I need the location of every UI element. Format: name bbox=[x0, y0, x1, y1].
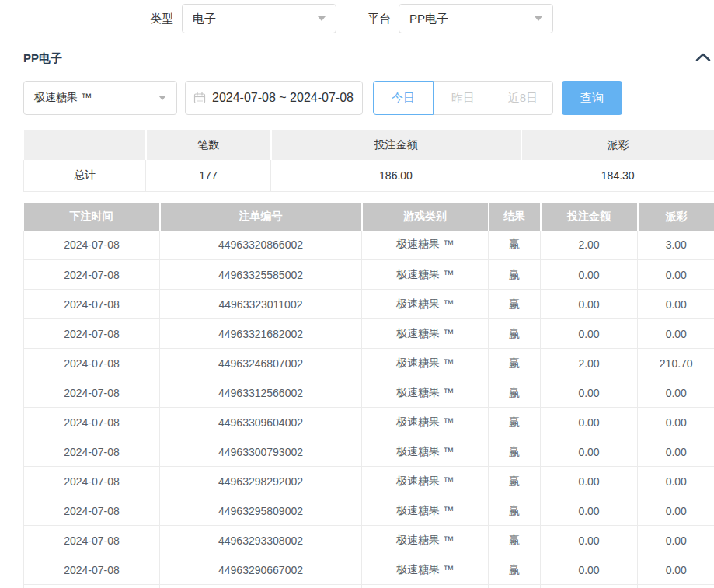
bet-table-body: 2024-07-0844963320866002极速糖果 ™赢2.003.002… bbox=[24, 231, 714, 588]
result-cell: 赢 bbox=[489, 467, 541, 496]
bet-amount-cell: 2.00 bbox=[541, 231, 638, 260]
payout-cell: 0.00 bbox=[638, 555, 714, 585]
type-select-value: 电子 bbox=[193, 12, 216, 26]
result-cell: 赢 bbox=[489, 319, 541, 349]
query-bar: 极速糖果 ™ 2024-07-08 ~ 2024-07-08 今日 昨日 近8日… bbox=[23, 81, 714, 115]
game-select[interactable]: 极速糖果 ™ bbox=[23, 81, 177, 115]
table-row: 2024-07-0844963312566002极速糖果 ™赢0.000.00 bbox=[24, 378, 714, 408]
order-id-cell: 44963325585002 bbox=[160, 260, 362, 290]
result-cell: 赢 bbox=[489, 260, 541, 290]
chevron-down-icon bbox=[158, 96, 166, 100]
summary-header-count: 笔数 bbox=[146, 130, 271, 160]
bet-amount-cell: 0.00 bbox=[541, 260, 638, 290]
order-id-cell: 44963320866002 bbox=[160, 231, 362, 260]
bet-amount-cell: 0.00 bbox=[541, 378, 638, 408]
header-result: 结果 bbox=[489, 203, 541, 231]
bet-time-cell: 2024-07-08 bbox=[24, 378, 160, 408]
bet-amount-cell: 0.00 bbox=[541, 526, 638, 555]
search-button[interactable]: 查询 bbox=[562, 81, 622, 115]
game-category-cell: 极速糖果 ™ bbox=[362, 496, 489, 526]
game-category-cell: 极速糖果 ™ bbox=[362, 526, 489, 555]
platform-select[interactable]: PP电子 bbox=[399, 4, 553, 33]
result-cell: 赢 bbox=[489, 408, 541, 437]
result-cell: 赢 bbox=[489, 555, 541, 585]
bet-time-cell bbox=[24, 585, 160, 588]
bet-amount-cell: 0.00 bbox=[541, 555, 638, 585]
chevron-up-icon[interactable] bbox=[695, 52, 711, 62]
today-button[interactable]: 今日 bbox=[373, 81, 434, 115]
header-order-id: 注单编号 bbox=[160, 203, 362, 231]
header-bet-amount: 投注金额 bbox=[541, 203, 638, 231]
date-range-input[interactable]: 2024-07-08 ~ 2024-07-08 bbox=[185, 81, 363, 115]
payout-cell: 3.00 bbox=[638, 231, 714, 260]
summary-header-row: 笔数 投注金额 派彩 bbox=[24, 130, 714, 160]
payout-cell: 0.00 bbox=[638, 467, 714, 496]
game-category-cell: 极速糖果 ™ bbox=[362, 408, 489, 437]
table-row: 2024-07-0844963246807002极速糖果 ™赢2.00210.7… bbox=[24, 349, 714, 378]
summary-total-row: 总计 177 186.00 184.30 bbox=[24, 160, 714, 191]
bet-amount-cell: 0.00 bbox=[541, 290, 638, 319]
calendar-icon bbox=[193, 92, 206, 104]
summary-payout-value: 184.30 bbox=[521, 160, 714, 191]
date-range-value: 2024-07-08 ~ 2024-07-08 bbox=[212, 91, 354, 105]
page: 类型 电子 平台 PP电子 PP电子 极速糖果 ™ bbox=[0, 4, 714, 588]
payout-cell bbox=[638, 585, 714, 588]
order-id-cell: 44963295809002 bbox=[160, 496, 362, 526]
summary-bet-amount-value: 186.00 bbox=[271, 160, 521, 191]
bet-time-cell: 2024-07-08 bbox=[24, 290, 160, 319]
bet-amount-cell: 0.00 bbox=[541, 408, 638, 437]
payout-cell: 0.00 bbox=[638, 319, 714, 349]
summary-header-payout: 派彩 bbox=[521, 130, 714, 160]
bet-time-cell: 2024-07-08 bbox=[24, 231, 160, 260]
header-payout: 派彩 bbox=[638, 203, 714, 231]
bet-time-cell: 2024-07-08 bbox=[24, 349, 160, 378]
summary-count-value: 177 bbox=[146, 160, 271, 191]
platform-select-value: PP电子 bbox=[409, 12, 448, 26]
payout-cell: 0.00 bbox=[638, 408, 714, 437]
last-8-days-button[interactable]: 近8日 bbox=[493, 81, 553, 115]
result-cell: 赢 bbox=[489, 496, 541, 526]
table-row: 2024-07-0844963321682002极速糖果 ™赢0.000.00 bbox=[24, 319, 714, 349]
summary-total-label: 总计 bbox=[24, 160, 146, 191]
order-id-cell: 44963321682002 bbox=[160, 319, 362, 349]
yesterday-button[interactable]: 昨日 bbox=[433, 81, 493, 115]
order-id-cell: 44963293308002 bbox=[160, 526, 362, 555]
bet-table-header-row: 下注时间 注单编号 游戏类别 结果 投注金额 派彩 bbox=[24, 203, 714, 231]
chevron-down-icon bbox=[318, 16, 326, 21]
game-category-cell: 极速糖果 ™ bbox=[362, 231, 489, 260]
result-cell: 赢 bbox=[489, 290, 541, 319]
quick-range-group: 今日 昨日 近8日 bbox=[373, 81, 553, 115]
table-row: 2024-07-0844963293308002极速糖果 ™赢0.000.00 bbox=[24, 526, 714, 555]
result-cell: 赢 bbox=[489, 378, 541, 408]
payout-cell: 210.70 bbox=[638, 349, 714, 378]
top-filter-bar: 类型 电子 平台 PP电子 bbox=[150, 4, 714, 33]
bet-amount-cell: 0.00 bbox=[541, 319, 638, 349]
game-select-value: 极速糖果 ™ bbox=[34, 91, 92, 105]
bet-amount-cell bbox=[541, 585, 638, 588]
header-game-category: 游戏类别 bbox=[362, 203, 489, 231]
bet-time-cell: 2024-07-08 bbox=[24, 496, 160, 526]
bet-amount-cell: 2.00 bbox=[541, 349, 638, 378]
payout-cell: 0.00 bbox=[638, 378, 714, 408]
game-category-cell: 极速糖果 ™ bbox=[362, 378, 489, 408]
payout-cell: 0.00 bbox=[638, 526, 714, 555]
game-category-cell: 极速糖果 ™ bbox=[362, 467, 489, 496]
payout-cell: 0.00 bbox=[638, 260, 714, 290]
type-select[interactable]: 电子 bbox=[182, 4, 336, 33]
game-category-cell: 极速糖果 ™ bbox=[362, 260, 489, 290]
table-row: 2024-07-0844963309604002极速糖果 ™赢0.000.00 bbox=[24, 408, 714, 437]
game-category-cell: 极速糖果 ™ bbox=[362, 437, 489, 467]
bet-amount-cell: 0.00 bbox=[541, 437, 638, 467]
result-cell: 赢 bbox=[489, 437, 541, 467]
order-id-cell: 44963309604002 bbox=[160, 408, 362, 437]
game-category-cell: 极速糖果 ™ bbox=[362, 555, 489, 585]
bet-time-cell: 2024-07-08 bbox=[24, 319, 160, 349]
order-id-cell bbox=[160, 585, 362, 588]
table-row: 2024-07-0844963295809002极速糖果 ™赢0.000.00 bbox=[24, 496, 714, 526]
payout-cell: 0.00 bbox=[638, 437, 714, 467]
game-category-cell: 极速糖果 ™ bbox=[362, 290, 489, 319]
result-cell: 赢 bbox=[489, 526, 541, 555]
summary-table: 笔数 投注金额 派彩 总计 177 186.00 184.30 bbox=[23, 130, 714, 192]
bet-time-cell: 2024-07-08 bbox=[24, 526, 160, 555]
section-title: PP电子 bbox=[23, 51, 62, 64]
